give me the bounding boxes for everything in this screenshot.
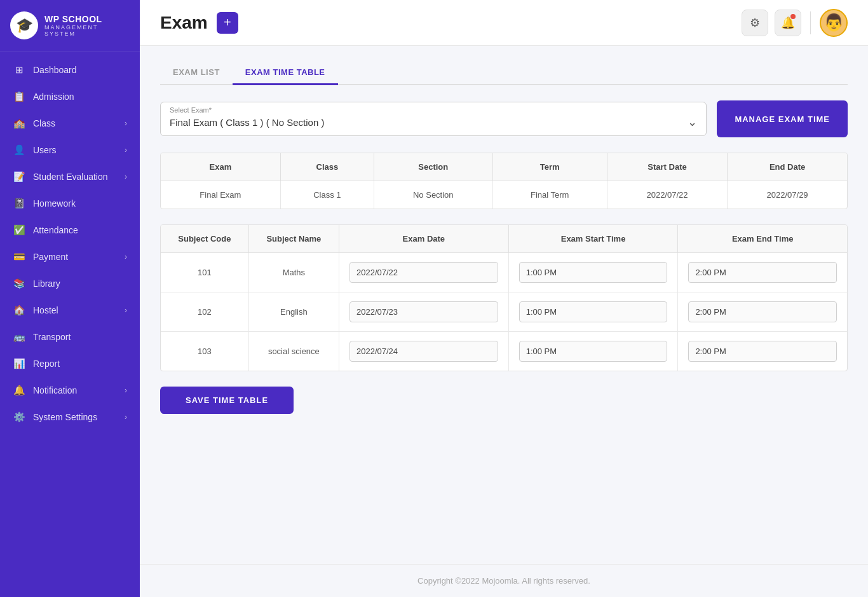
notification-icon: 🔔 bbox=[13, 385, 25, 396]
dashboard-icon: ⊞ bbox=[13, 64, 25, 76]
exam-start-time-input[interactable] bbox=[519, 262, 668, 283]
table-row: 103 social science bbox=[161, 332, 847, 371]
chevron-right-icon: › bbox=[125, 413, 127, 422]
cell-subject-name: English bbox=[248, 292, 339, 332]
cell-start-time[interactable] bbox=[508, 253, 678, 292]
sidebar-item-class[interactable]: 🏫 Class › bbox=[0, 110, 140, 137]
cell-code: 101 bbox=[161, 253, 248, 292]
sidebar-item-admission[interactable]: 📋 Admission bbox=[0, 83, 140, 110]
col-section: Section bbox=[374, 153, 492, 181]
exam-date-input[interactable] bbox=[349, 301, 498, 322]
add-exam-button[interactable]: + bbox=[217, 12, 238, 34]
admission-icon: 📋 bbox=[13, 91, 25, 102]
table-row: 101 Maths bbox=[161, 253, 847, 292]
cell-end-time[interactable] bbox=[678, 253, 847, 292]
col-subject-code: Subject Code bbox=[161, 225, 248, 253]
col-exam-start-time: Exam Start Time bbox=[508, 225, 678, 253]
table-row: Final Exam Class 1 No Section Final Term… bbox=[161, 181, 847, 209]
col-exam-date: Exam Date bbox=[339, 225, 509, 253]
homework-icon: 📓 bbox=[13, 198, 25, 209]
page-content: EXAM LIST EXAM TIME TABLE Select Exam* F… bbox=[140, 46, 868, 564]
summary-table-container: Exam Class Section Term Start Date End D… bbox=[160, 153, 848, 209]
cell-date[interactable] bbox=[339, 253, 509, 292]
cell-code: 102 bbox=[161, 292, 248, 332]
col-class: Class bbox=[280, 153, 374, 181]
col-start-date: Start Date bbox=[607, 153, 727, 181]
select-exam-label: Select Exam* bbox=[170, 106, 697, 114]
header-left: Exam + bbox=[160, 12, 238, 34]
select-exam-row: Select Exam* Final Exam ( Class 1 ) ( No… bbox=[160, 100, 848, 137]
col-term: Term bbox=[492, 153, 607, 181]
header-right: ⚙ 🔔 👨 bbox=[742, 9, 848, 37]
summary-table: Exam Class Section Term Start Date End D… bbox=[161, 153, 847, 209]
cell-date[interactable] bbox=[339, 292, 509, 332]
sidebar-item-library[interactable]: 📚 Library bbox=[0, 270, 140, 297]
exam-select-wrapper[interactable]: Select Exam* Final Exam ( Class 1 ) ( No… bbox=[160, 102, 707, 136]
manage-exam-time-button[interactable]: MANAGE EXAM TIME bbox=[717, 100, 848, 137]
page-title: Exam bbox=[160, 13, 208, 33]
cell-end-time[interactable] bbox=[678, 332, 847, 371]
sidebar-item-label: Hostel bbox=[33, 305, 117, 315]
sidebar-item-label: Users bbox=[33, 145, 117, 155]
exam-start-time-input[interactable] bbox=[519, 301, 668, 322]
sidebar-item-transport[interactable]: 🚌 Transport bbox=[0, 324, 140, 350]
select-exam-value: Final Exam ( Class 1 ) ( No Section ) bbox=[170, 117, 324, 128]
sidebar-item-payment[interactable]: 💳 Payment › bbox=[0, 244, 140, 270]
cell-start-date: 2022/07/22 bbox=[607, 181, 727, 209]
exam-date-input[interactable] bbox=[349, 262, 498, 283]
notification-badge bbox=[790, 14, 796, 19]
cell-end-date: 2022/07/29 bbox=[728, 181, 847, 209]
sidebar-item-hostel[interactable]: 🏠 Hostel › bbox=[0, 297, 140, 324]
class-icon: 🏫 bbox=[13, 118, 25, 129]
logo-icon: 🎓 bbox=[10, 11, 38, 39]
cell-exam: Final Exam bbox=[161, 181, 280, 209]
cell-end-time[interactable] bbox=[678, 292, 847, 332]
notifications-button[interactable]: 🔔 bbox=[775, 10, 801, 36]
sidebar-item-attendance[interactable]: ✅ Attendance bbox=[0, 217, 140, 244]
tab-exam-time-table[interactable]: EXAM TIME TABLE bbox=[233, 61, 338, 85]
schedule-table: Subject Code Subject Name Exam Date Exam… bbox=[161, 225, 847, 371]
logo-subtitle: MANAGEMENT SYSTEM bbox=[44, 24, 130, 37]
schedule-table-header-row: Subject Code Subject Name Exam Date Exam… bbox=[161, 225, 847, 253]
avatar-icon: 👨 bbox=[824, 13, 844, 32]
cell-start-time[interactable] bbox=[508, 292, 678, 332]
exam-end-time-input[interactable] bbox=[688, 341, 837, 362]
sidebar-item-dashboard[interactable]: ⊞ Dashboard bbox=[0, 57, 140, 83]
chevron-right-icon: › bbox=[125, 252, 127, 261]
settings-button[interactable]: ⚙ bbox=[742, 10, 768, 36]
avatar-button[interactable]: 👨 bbox=[820, 9, 848, 37]
exam-start-time-input[interactable] bbox=[519, 341, 668, 362]
sidebar-item-label: Library bbox=[33, 278, 127, 289]
exam-end-time-input[interactable] bbox=[688, 301, 837, 322]
sidebar-item-label: Student Evaluation bbox=[33, 172, 117, 182]
col-exam-end-time: Exam End Time bbox=[678, 225, 847, 253]
cell-section: No Section bbox=[374, 181, 492, 209]
gear-icon: ⚙ bbox=[750, 16, 760, 30]
sidebar-item-label: Class bbox=[33, 118, 117, 128]
cell-date[interactable] bbox=[339, 332, 509, 371]
sidebar-item-homework[interactable]: 📓 Homework bbox=[0, 190, 140, 217]
chevron-right-icon: › bbox=[125, 146, 127, 154]
sidebar-item-notification[interactable]: 🔔 Notification › bbox=[0, 377, 140, 404]
save-time-table-button[interactable]: SAVE TIME TABLE bbox=[160, 387, 294, 414]
sidebar-item-label: Homework bbox=[33, 198, 127, 209]
exam-end-time-input[interactable] bbox=[688, 262, 837, 283]
sidebar-item-label: Payment bbox=[33, 252, 117, 262]
sidebar-nav: ⊞ Dashboard 📋 Admission 🏫 Class › 👤 User… bbox=[0, 51, 140, 597]
sidebar-item-student-evaluation[interactable]: 📝 Student Evaluation › bbox=[0, 163, 140, 190]
cell-start-time[interactable] bbox=[508, 332, 678, 371]
sidebar-item-users[interactable]: 👤 Users › bbox=[0, 137, 140, 163]
sidebar-item-label: Attendance bbox=[33, 225, 127, 235]
sidebar-item-report[interactable]: 📊 Report bbox=[0, 350, 140, 377]
exam-date-input[interactable] bbox=[349, 341, 498, 362]
col-end-date: End Date bbox=[728, 153, 847, 181]
sidebar: 🎓 WP SCHOOL MANAGEMENT SYSTEM ⊞ Dashboar… bbox=[0, 0, 140, 597]
sidebar-item-system-settings[interactable]: ⚙️ System Settings › bbox=[0, 404, 140, 430]
tab-exam-list[interactable]: EXAM LIST bbox=[160, 61, 233, 85]
evaluation-icon: 📝 bbox=[13, 171, 25, 182]
table-row: 102 English bbox=[161, 292, 847, 332]
tab-bar: EXAM LIST EXAM TIME TABLE bbox=[160, 61, 848, 85]
sidebar-item-label: Transport bbox=[33, 332, 127, 342]
sidebar-item-label: Report bbox=[33, 359, 127, 369]
sidebar-item-label: Dashboard bbox=[33, 65, 127, 75]
